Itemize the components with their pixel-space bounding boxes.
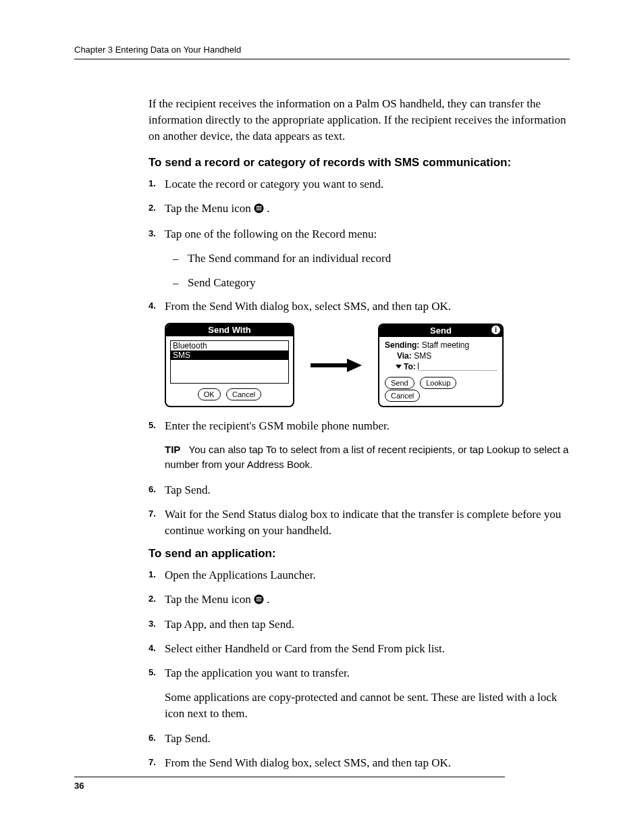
step-item: 4. Select either Handheld or Card from t… xyxy=(149,641,570,657)
step-item: 3. Tap App, and then tap Send. xyxy=(149,617,570,633)
step-text: Tap the Menu icon xyxy=(165,593,254,606)
step-text: From the Send With dialog box, select SM… xyxy=(165,300,451,313)
step-item: 1. Locate the record or category you wan… xyxy=(149,176,570,192)
step-number: 4. xyxy=(149,642,156,654)
step-number: 7. xyxy=(149,508,156,520)
step-item: 3. Tap one of the following on the Recor… xyxy=(149,226,570,290)
menu-icon xyxy=(254,593,264,609)
tip-text: You can also tap To to select from a lis… xyxy=(165,444,568,470)
svg-rect-3 xyxy=(256,209,261,210)
cancel-button[interactable]: Cancel xyxy=(385,390,420,402)
step-text: Open the Applications Launcher. xyxy=(165,569,316,581)
step-item: 2. Tap the Menu icon . xyxy=(149,592,570,609)
step-item: 4. From the Send With dialog box, select… xyxy=(149,298,570,315)
step-text: From the Send With dialog box, select SM… xyxy=(165,756,451,769)
dialog-title-text: Send xyxy=(430,325,452,336)
info-icon[interactable]: i xyxy=(491,325,500,334)
svg-rect-2 xyxy=(256,208,261,209)
section-heading-send-record: To send a record or category of records … xyxy=(149,156,570,170)
tip-block: TIP You can also tap To to select from a… xyxy=(165,442,570,472)
steps-send-app-cont: 6. Tap Send. 7. From the Send With dialo… xyxy=(149,731,570,771)
send-button[interactable]: Send xyxy=(385,377,414,389)
step-number: 2. xyxy=(149,202,156,214)
step-number: 4. xyxy=(149,300,156,312)
step-text: . xyxy=(267,593,269,606)
tip-label: TIP xyxy=(165,444,180,455)
figure-send-with-to-send: Send With Bluetooth SMS OK Cancel Send i xyxy=(165,323,570,407)
step-number: 6. xyxy=(149,732,156,744)
step-item: 7. Wait for the Send Status dialog box t… xyxy=(149,506,570,539)
step-item: 7. From the Send With dialog box, select… xyxy=(149,755,570,771)
arrow-right-icon xyxy=(311,359,362,372)
step-text: . xyxy=(267,202,269,215)
steps-send-record: 1. Locate the record or category you wan… xyxy=(149,176,570,315)
section-heading-send-app: To send an application: xyxy=(149,547,570,561)
sub-list: The Send command for an individual recor… xyxy=(165,251,570,291)
to-field[interactable] xyxy=(418,363,497,371)
svg-marker-5 xyxy=(347,359,362,372)
page-number: 36 xyxy=(74,781,84,791)
step-number: 1. xyxy=(149,569,156,581)
svg-rect-9 xyxy=(256,598,261,599)
running-header: Chapter 3 Entering Data on Your Handheld xyxy=(74,45,570,59)
step-number: 3. xyxy=(149,228,156,240)
step-text: Enter the recipient's GSM mobile phone n… xyxy=(165,419,390,432)
sub-item: Send Category xyxy=(173,275,570,291)
step-text: Tap Send. xyxy=(165,732,211,745)
step-item: 5. Tap the application you want to trans… xyxy=(149,665,570,681)
intro-paragraph: If the recipient receives the informatio… xyxy=(149,96,570,144)
step-text: Tap the application you want to transfer… xyxy=(165,667,350,679)
step-item: 5. Enter the recipient's GSM mobile phon… xyxy=(149,418,570,434)
to-label[interactable]: To: xyxy=(404,362,416,371)
lookup-button[interactable]: Lookup xyxy=(420,377,456,389)
sending-label: Sending: xyxy=(385,340,419,350)
step-text: Tap the Menu icon xyxy=(165,202,254,215)
dropdown-icon[interactable] xyxy=(396,362,402,371)
step-text: Tap App, and then tap Send. xyxy=(165,618,294,631)
step-number: 1. xyxy=(149,178,156,190)
dialog-title: Send i xyxy=(379,325,502,337)
steps-send-record-cont: 5. Enter the recipient's GSM mobile phon… xyxy=(149,418,570,434)
ok-button[interactable]: OK xyxy=(198,388,221,400)
step-item: 6. Tap Send. xyxy=(149,482,570,498)
svg-marker-6 xyxy=(396,365,402,369)
steps-send-app: 1. Open the Applications Launcher. 2. Ta… xyxy=(149,567,570,681)
cancel-button[interactable]: Cancel xyxy=(226,388,261,400)
via-value: SMS xyxy=(412,351,431,361)
step-item: 1. Open the Applications Launcher. xyxy=(149,567,570,583)
step-number: 6. xyxy=(149,484,156,496)
step-item: 6. Tap Send. xyxy=(149,731,570,747)
step-text: Tap Send. xyxy=(165,484,211,496)
step-text: Locate the record or category you want t… xyxy=(165,178,383,190)
dialog-send-with: Send With Bluetooth SMS OK Cancel xyxy=(165,323,294,407)
via-label: Via: xyxy=(397,351,412,361)
step-followup: Some applications are copy-protected and… xyxy=(165,689,570,722)
dialog-send: Send i Sending: Staff meeting Via: SMS T xyxy=(378,323,504,407)
svg-rect-8 xyxy=(256,597,261,598)
option-sms[interactable]: SMS xyxy=(171,350,288,360)
step-number: 5. xyxy=(149,419,156,432)
step-number: 3. xyxy=(149,618,156,630)
svg-rect-10 xyxy=(256,600,261,601)
steps-send-record-cont2: 6. Tap Send. 7. Wait for the Send Status… xyxy=(149,482,570,538)
step-item: 2. Tap the Menu icon . xyxy=(149,201,570,218)
step-text: Tap one of the following on the Record m… xyxy=(165,228,377,240)
step-number: 2. xyxy=(149,593,156,605)
step-text: Wait for the Send Status dialog box to i… xyxy=(165,508,561,537)
menu-icon xyxy=(254,202,264,218)
svg-rect-1 xyxy=(256,206,261,207)
sub-item: The Send command for an individual recor… xyxy=(173,251,570,267)
option-bluetooth[interactable]: Bluetooth xyxy=(171,341,288,350)
sending-value: Staff meeting xyxy=(419,340,469,350)
dialog-title: Send With xyxy=(166,324,293,336)
step-number: 5. xyxy=(149,667,156,679)
step-text: Select either Handheld or Card from the … xyxy=(165,642,445,655)
step-number: 7. xyxy=(149,756,156,768)
send-with-list[interactable]: Bluetooth SMS xyxy=(170,340,289,384)
